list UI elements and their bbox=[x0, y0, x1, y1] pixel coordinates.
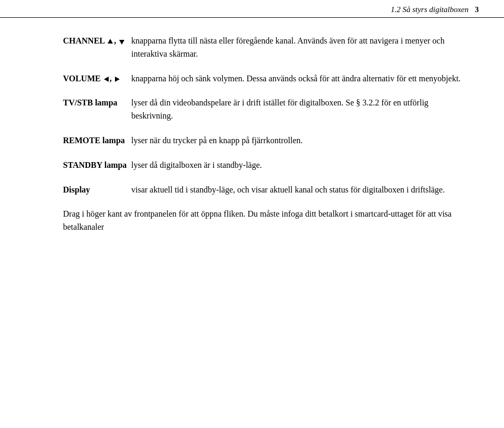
standby-description: lyser då digitalboxen är i standby-läge. bbox=[131, 159, 462, 172]
remote-term: REMOTE lampa bbox=[63, 134, 131, 147]
channel-description: knapparna flytta till nästa eller föregå… bbox=[131, 35, 462, 61]
standby-term: STANDBY lampa bbox=[63, 159, 131, 172]
volume-term: VOLUME , bbox=[63, 72, 131, 85]
main-content: CHANNEL , knapparna flytta till nästa el… bbox=[0, 18, 504, 264]
channel-label: CHANNEL bbox=[63, 36, 104, 45]
standby-block: STANDBY lampa lyser då digitalboxen är i… bbox=[63, 159, 462, 172]
display-term: Display bbox=[63, 184, 131, 196]
channel-block: CHANNEL , knapparna flytta till nästa el… bbox=[63, 35, 462, 61]
tvstb-description: lyser då din videobandspelare är i drift… bbox=[131, 97, 462, 123]
remote-block: REMOTE lampa lyser när du trycker på en … bbox=[63, 134, 462, 147]
channel-term: CHANNEL , bbox=[63, 35, 131, 47]
volume-desc1: knapparna höj och sänk volymen. bbox=[131, 74, 245, 83]
channel-desc1: knapparna flytta till nästa eller föregå… bbox=[131, 36, 296, 45]
remote-desc-text: lyser när du trycker på en knapp på fjär… bbox=[131, 136, 303, 145]
page: 1.2 Så styrs digitalboxen 3 CHANNEL , kn… bbox=[0, 0, 504, 428]
left-arrow-icon bbox=[104, 77, 109, 82]
header-title: 1.2 Så styrs digitalboxen bbox=[391, 5, 468, 14]
tvstb-label: TV/STB lampa bbox=[63, 98, 118, 107]
remote-label: REMOTE lampa bbox=[63, 136, 125, 145]
display-desc-text: visar aktuell tid i standby-läge, och vi… bbox=[131, 185, 445, 194]
page-header: 1.2 Så styrs digitalboxen 3 bbox=[0, 0, 504, 18]
volume-label: VOLUME bbox=[63, 74, 101, 83]
display-block: Display visar aktuell tid i standby-läge… bbox=[63, 184, 462, 197]
display-description: visar aktuell tid i standby-läge, och vi… bbox=[131, 184, 462, 197]
standby-desc-text: lyser då digitalboxen är i standby-läge. bbox=[131, 160, 262, 169]
tvstb-term: TV/STB lampa bbox=[63, 97, 131, 109]
drag-desc-text: Drag i höger kant av frontpanelen för at… bbox=[63, 209, 452, 231]
volume-block: VOLUME , knapparna höj och sänk volymen.… bbox=[63, 72, 462, 85]
volume-description: knapparna höj och sänk volymen. Dessa an… bbox=[131, 72, 462, 85]
down-arrow-icon bbox=[119, 40, 124, 45]
standby-label: STANDBY lampa bbox=[63, 160, 127, 169]
display-label: Display bbox=[63, 185, 90, 194]
remote-description: lyser när du trycker på en knapp på fjär… bbox=[131, 134, 462, 147]
tvstb-desc-text: lyser då din videobandspelare är i drift… bbox=[131, 98, 428, 120]
page-number: 3 bbox=[475, 5, 479, 14]
drag-block: Drag i höger kant av frontpanelen för at… bbox=[63, 208, 462, 234]
up-arrow-icon bbox=[108, 39, 113, 44]
tvstb-block: TV/STB lampa lyser då din videobandspela… bbox=[63, 97, 462, 123]
volume-desc2: Dessa används också för att ändra altern… bbox=[247, 74, 461, 83]
right-arrow-icon bbox=[115, 77, 120, 82]
